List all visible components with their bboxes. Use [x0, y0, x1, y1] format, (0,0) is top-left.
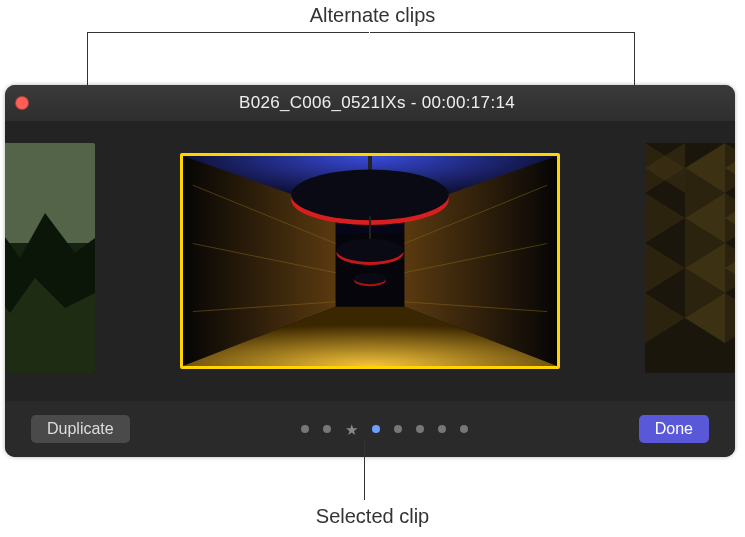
duplicate-button[interactable]: Duplicate: [31, 415, 130, 443]
pager-dot[interactable]: [416, 425, 424, 433]
pager-star-icon[interactable]: ★: [345, 422, 358, 437]
callout-alternate: Alternate clips: [310, 4, 436, 27]
audition-panel: B026_C006_0521IXs - 00:00:17:14: [5, 85, 735, 457]
selected-clip[interactable]: [180, 153, 560, 369]
window-title: B026_C006_0521IXs - 00:00:17:14: [29, 93, 725, 113]
pager-dot[interactable]: [372, 425, 380, 433]
pager: ★: [301, 422, 468, 437]
pager-dot[interactable]: [460, 425, 468, 433]
svg-point-18: [337, 239, 404, 262]
alternate-clip-left[interactable]: [5, 143, 95, 373]
alternate-clip-right[interactable]: [645, 143, 735, 373]
clip-area: [5, 121, 735, 401]
titlebar: B026_C006_0521IXs - 00:00:17:14: [5, 85, 735, 121]
done-button[interactable]: Done: [639, 415, 709, 443]
callout-selected: Selected clip: [316, 505, 429, 528]
svg-point-20: [354, 273, 385, 285]
svg-point-15: [291, 170, 448, 221]
close-icon[interactable]: [15, 96, 29, 110]
svg-marker-32: [725, 293, 735, 343]
pager-dot[interactable]: [301, 425, 309, 433]
pager-dot[interactable]: [394, 425, 402, 433]
pager-dot[interactable]: [438, 425, 446, 433]
callout-line: [87, 32, 369, 88]
pager-dot[interactable]: [323, 425, 331, 433]
callout-line: [364, 440, 365, 500]
callout-line: [370, 32, 635, 88]
bottom-row: Duplicate ★ Done: [5, 401, 735, 457]
